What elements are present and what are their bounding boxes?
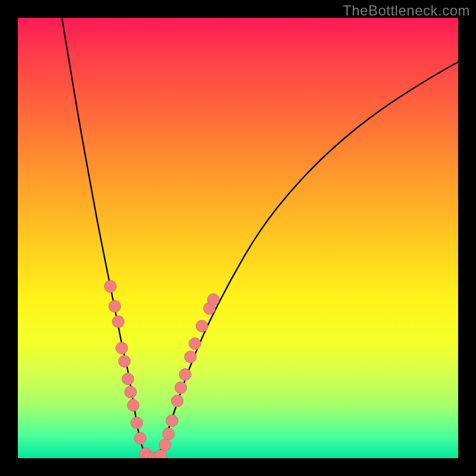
data-dot: [179, 368, 191, 380]
data-dot: [159, 439, 171, 451]
chart-svg: [18, 18, 458, 458]
plot-area: [18, 18, 458, 458]
data-dot: [208, 294, 220, 306]
data-dot: [155, 450, 167, 458]
scatter-dots: [104, 280, 219, 458]
data-dot: [118, 355, 130, 367]
watermark-label: TheBottleneck.com: [343, 2, 470, 19]
data-dot: [112, 316, 124, 328]
data-dot: [134, 433, 146, 444]
data-dot: [196, 320, 208, 332]
data-dot: [184, 351, 196, 363]
data-dot: [162, 428, 174, 440]
data-dot: [122, 373, 134, 385]
data-dot: [131, 417, 143, 429]
data-dot: [127, 399, 139, 411]
data-dot: [109, 300, 121, 312]
data-dot: [166, 415, 178, 427]
outer-frame: TheBottleneck.com: [0, 0, 476, 476]
data-dot: [175, 382, 187, 394]
data-dot: [124, 386, 136, 398]
bottleneck-curve: [62, 18, 458, 458]
data-dot: [116, 342, 128, 354]
data-dot: [189, 338, 201, 350]
data-dot: [171, 395, 183, 407]
data-dot: [104, 280, 116, 292]
